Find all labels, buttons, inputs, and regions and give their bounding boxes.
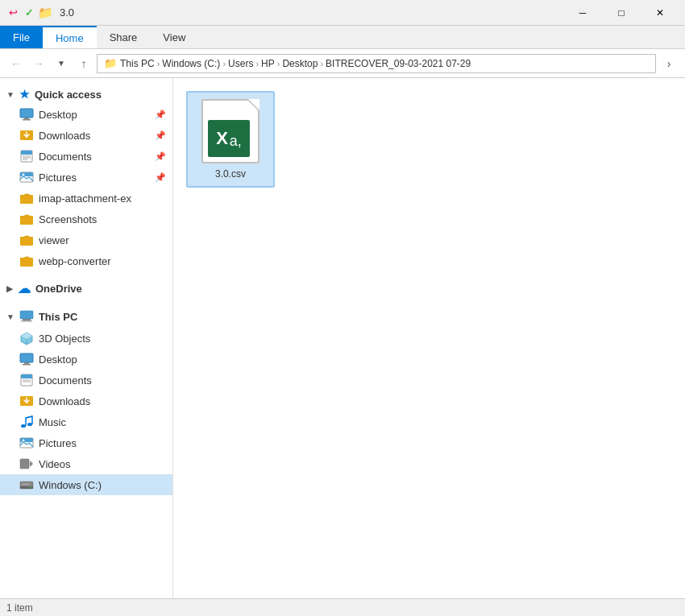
path-this-pc: This PC xyxy=(120,58,155,69)
desktop2-icon xyxy=(19,352,34,366)
svg-rect-18 xyxy=(21,320,32,322)
desktop-label: Desktop xyxy=(39,109,77,121)
excel-a-letter: a, xyxy=(230,133,242,150)
svg-rect-2 xyxy=(23,119,31,121)
sidebar-item-viewer[interactable]: viewer xyxy=(0,229,172,250)
quick-access-star-icon: ★ xyxy=(19,88,30,101)
sidebar: ▼ ★ Quick access Desktop 📌 Downloads 📌 xyxy=(0,78,173,598)
title-bar: ↩ ✓ 📁 3.0 ─ □ ✕ xyxy=(0,0,685,26)
svg-rect-14 xyxy=(20,237,33,246)
chevron-icon-5: › xyxy=(320,59,323,68)
file-item-csv[interactable]: X a, 3.0.csv xyxy=(186,91,275,188)
svg-marker-37 xyxy=(30,461,33,467)
pin-icon-documents: 📌 xyxy=(155,151,166,162)
chevron-icon-2: › xyxy=(222,59,226,68)
onedrive-chevron: ▶ xyxy=(6,284,13,293)
status-bar: 1 item xyxy=(0,598,685,616)
svg-point-35 xyxy=(23,440,25,442)
drive-label: Windows (C:) xyxy=(39,479,102,491)
sidebar-item-webp[interactable]: webp-converter xyxy=(0,250,172,271)
check-icon: ✓ xyxy=(23,6,35,19)
path-folder-icon: 📁 xyxy=(104,57,117,69)
sidebar-item-pictures-pc[interactable]: Pictures xyxy=(0,432,172,453)
drive-icon xyxy=(19,478,34,492)
pictures-label: Pictures xyxy=(39,172,77,184)
pin-icon-downloads: 📌 xyxy=(155,130,166,141)
recent-locations-button[interactable]: ▼ xyxy=(52,54,71,73)
ribbon: File Home Share View xyxy=(0,26,685,49)
sidebar-item-pictures[interactable]: Pictures 📌 xyxy=(0,167,172,188)
videos-label: Videos xyxy=(39,458,71,470)
svg-point-30 xyxy=(21,424,26,428)
path-hp: HP xyxy=(261,58,275,69)
minimize-button[interactable]: ─ xyxy=(564,0,601,26)
desktop2-label: Desktop xyxy=(39,353,77,366)
sidebar-item-documents[interactable]: Documents 📌 xyxy=(0,146,172,167)
webp-label: webp-converter xyxy=(39,255,111,267)
sidebar-item-music[interactable]: Music xyxy=(0,411,172,432)
documents-label: Documents xyxy=(39,151,92,163)
quick-access-header[interactable]: ▼ ★ Quick access xyxy=(0,85,172,104)
path-drive: Windows (C:) xyxy=(162,58,220,69)
sidebar-item-3dobjects[interactable]: 3D Objects xyxy=(0,328,172,349)
sidebar-item-drive[interactable]: Windows (C:) xyxy=(0,474,172,495)
this-pc-label: This PC xyxy=(39,311,77,323)
path-desktop: Desktop xyxy=(282,58,318,69)
window-title: 3.0 xyxy=(60,6,74,19)
sidebar-item-screenshots[interactable]: Screenshots xyxy=(0,209,172,229)
folder-icon: 📁 xyxy=(39,6,52,19)
onedrive-label: OneDrive xyxy=(35,283,82,295)
tab-home[interactable]: Home xyxy=(43,26,97,48)
screenshots-label: Screenshots xyxy=(39,213,97,225)
svg-rect-22 xyxy=(20,353,33,362)
tab-file[interactable]: File xyxy=(0,26,43,48)
music-icon xyxy=(19,415,34,429)
title-bar-icons: ↩ ✓ 📁 xyxy=(6,6,52,19)
pin-icon-pictures: 📌 xyxy=(155,172,166,183)
sidebar-item-desktop-pc[interactable]: Desktop xyxy=(0,349,172,370)
sidebar-item-videos[interactable]: Videos xyxy=(0,453,172,474)
back-button[interactable]: ← xyxy=(6,54,26,73)
3dobjects-icon xyxy=(19,331,34,345)
svg-rect-10 xyxy=(20,172,33,176)
content-area: X a, 3.0.csv xyxy=(173,78,685,598)
address-bar-chevron[interactable]: › xyxy=(659,54,679,73)
svg-rect-41 xyxy=(22,484,30,486)
pictures-icon xyxy=(19,170,34,184)
sidebar-item-downloads[interactable]: Downloads 📌 xyxy=(0,125,172,146)
sidebar-item-documents-pc[interactable]: Documents xyxy=(0,370,172,391)
imap-label: imap-attachment-ex xyxy=(39,192,131,205)
svg-rect-1 xyxy=(24,118,29,119)
svg-line-32 xyxy=(26,416,32,418)
tab-view[interactable]: View xyxy=(150,26,198,48)
downloads-icon xyxy=(19,128,34,143)
forward-button[interactable]: → xyxy=(29,54,48,73)
address-bar: ← → ▼ ↑ 📁 This PC › Windows (C:) › Users… xyxy=(0,49,685,78)
onedrive-cloud-icon: ☁ xyxy=(18,281,31,296)
videos-icon xyxy=(19,457,34,471)
svg-rect-24 xyxy=(23,364,31,366)
address-path[interactable]: 📁 This PC › Windows (C:) › Users › HP › … xyxy=(97,54,656,73)
documents2-label: Documents xyxy=(39,374,92,387)
folder-yellow-icon-3 xyxy=(19,233,34,247)
tab-share[interactable]: Share xyxy=(97,26,151,48)
close-button[interactable]: ✕ xyxy=(641,0,679,26)
sidebar-item-imap[interactable]: imap-attachment-ex xyxy=(0,188,172,209)
desktop-icon xyxy=(19,107,34,122)
sidebar-item-downloads-pc[interactable]: Downloads xyxy=(0,391,172,411)
ribbon-tabs: File Home Share View xyxy=(0,26,685,48)
music-label: Music xyxy=(39,416,66,428)
onedrive-header[interactable]: ▶ ☁ OneDrive xyxy=(0,278,172,300)
divider-1 xyxy=(0,271,172,278)
up-button[interactable]: ↑ xyxy=(74,54,93,73)
this-pc-header[interactable]: ▼ This PC xyxy=(0,306,172,328)
undo-icon: ↩ xyxy=(6,6,19,19)
pictures2-icon xyxy=(19,436,34,450)
chevron-icon-1: › xyxy=(157,59,160,68)
svg-point-31 xyxy=(27,423,32,426)
this-pc-chevron: ▼ xyxy=(6,312,15,321)
maximize-button[interactable]: □ xyxy=(603,0,640,26)
main-layout: ▼ ★ Quick access Desktop 📌 Downloads 📌 xyxy=(0,78,685,598)
sidebar-item-desktop[interactable]: Desktop 📌 xyxy=(0,104,172,125)
pin-icon-desktop: 📌 xyxy=(155,110,166,120)
